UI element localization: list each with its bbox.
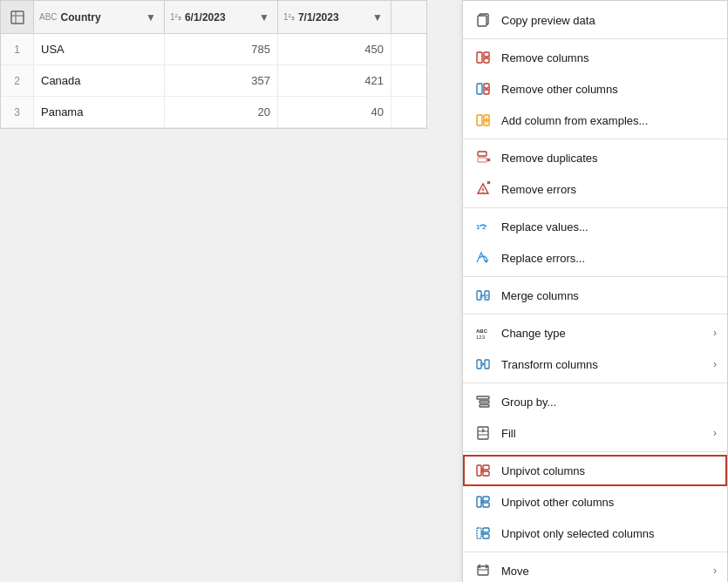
menu-label-unpivot-columns: Unpivot columns <box>501 464 717 477</box>
menu-item-unpivot-other-columns[interactable]: Unpivot other columns <box>463 486 727 518</box>
menu-item-replace-values[interactable]: 1 2 Replace values... <box>463 211 727 242</box>
menu-label-transform-columns: Transform columns <box>501 358 704 371</box>
remove-columns-icon <box>473 48 493 67</box>
svg-text:1: 1 <box>476 223 480 231</box>
unpivot-selected-columns-icon <box>473 524 493 543</box>
svg-rect-48 <box>477 528 481 538</box>
menu-label-remove-duplicates: Remove duplicates <box>501 152 717 165</box>
replace-values-icon: 1 2 <box>473 217 493 236</box>
menu-label-remove-errors: Remove errors <box>501 183 717 196</box>
th-date2-dropdown[interactable]: ▼ <box>370 10 385 25</box>
cell-val2-3: 40 <box>278 97 391 127</box>
menu-item-group-by[interactable]: Group by... <box>463 386 727 417</box>
svg-rect-45 <box>477 497 481 507</box>
svg-rect-47 <box>483 503 489 507</box>
context-menu: Copy preview data Remove columns Remove … <box>462 0 728 582</box>
unpivot-other-columns-icon <box>473 492 493 511</box>
svg-rect-13 <box>477 115 482 125</box>
svg-rect-44 <box>483 471 489 476</box>
separator <box>463 382 727 383</box>
table-header: ABC Country ▼ 1²₃ 6/1/2023 ▼ 1²₃ 7/1/202… <box>1 1 426 34</box>
cell-val1-3: 20 <box>165 97 278 127</box>
th-country-label: Country <box>61 11 101 24</box>
type-badge-date1: 1²₃ <box>170 12 181 22</box>
menu-item-unpivot-columns[interactable]: Unpivot columns <box>463 455 727 486</box>
svg-rect-39 <box>478 427 488 439</box>
remove-errors-icon <box>473 179 493 199</box>
svg-rect-5 <box>477 52 482 63</box>
menu-item-remove-duplicates[interactable]: Remove duplicates <box>463 142 727 173</box>
separator <box>463 207 727 208</box>
svg-rect-0 <box>11 11 24 24</box>
fill-icon <box>473 423 493 443</box>
th-date1-dropdown[interactable]: ▼ <box>256 10 272 25</box>
th-country[interactable]: ABC Country ▼ <box>34 1 165 33</box>
svg-text:B: B <box>486 294 489 299</box>
unpivot-columns-icon <box>473 461 493 480</box>
menu-item-copy-preview[interactable]: Copy preview data <box>463 4 727 36</box>
th-date1-label: 6/1/2023 <box>185 11 226 24</box>
svg-text:A: A <box>480 294 483 299</box>
replace-errors-icon <box>473 248 493 267</box>
svg-rect-4 <box>478 16 486 26</box>
menu-label-replace-values: Replace values... <box>501 220 717 233</box>
remove-duplicates-icon <box>473 148 493 167</box>
svg-rect-38 <box>480 405 489 408</box>
copy-icon <box>473 10 493 30</box>
menu-item-merge-columns[interactable]: A B Merge columns <box>463 280 727 311</box>
menu-label-unpivot-other-columns: Unpivot other columns <box>501 496 717 509</box>
svg-rect-42 <box>477 465 481 476</box>
menu-item-move[interactable]: Move › <box>463 555 727 582</box>
separator <box>463 139 727 139</box>
row-number-header <box>1 1 34 33</box>
separator <box>463 276 727 277</box>
cell-val2-1: 450 <box>278 34 391 64</box>
menu-item-remove-columns[interactable]: Remove columns <box>463 42 727 73</box>
table-row: 3 Panama 20 40 <box>1 97 426 128</box>
menu-label-replace-errors: Replace errors... <box>501 252 717 265</box>
th-country-dropdown[interactable]: ▼ <box>143 10 159 25</box>
cell-val1-2: 357 <box>165 65 278 96</box>
change-type-arrow: › <box>713 327 717 339</box>
change-type-icon: ABC 123 <box>473 323 493 342</box>
menu-item-change-type[interactable]: ABC 123 Change type › <box>463 317 727 349</box>
svg-rect-36 <box>477 396 489 399</box>
menu-label-group-by: Group by... <box>501 396 717 409</box>
transform-columns-arrow: › <box>713 358 717 370</box>
menu-item-remove-other-columns[interactable]: Remove other columns <box>463 73 727 105</box>
svg-point-22 <box>482 192 483 193</box>
menu-label-add-column: Add column from examples... <box>501 114 717 127</box>
menu-item-fill[interactable]: Fill › <box>463 417 727 449</box>
cell-country-2: Canada <box>34 65 165 96</box>
separator <box>463 38 727 39</box>
th-date2[interactable]: 1²₃ 7/1/2023 ▼ <box>278 1 391 33</box>
separator <box>463 314 727 315</box>
svg-rect-49 <box>483 528 489 532</box>
type-badge-country: ABC <box>39 12 58 22</box>
menu-item-remove-errors[interactable]: Remove errors <box>463 173 727 205</box>
type-badge-date2: 1²₃ <box>283 12 295 22</box>
cell-country-3: Panama <box>34 97 165 127</box>
move-icon <box>473 561 493 580</box>
separator <box>463 552 727 552</box>
menu-label-unpivot-selected-columns: Unpivot only selected columns <box>501 527 717 540</box>
menu-label-copy-preview: Copy preview data <box>501 14 717 27</box>
menu-item-unpivot-selected-columns[interactable]: Unpivot only selected columns <box>463 518 727 549</box>
menu-item-add-column[interactable]: Add column from examples... <box>463 105 727 136</box>
svg-rect-50 <box>483 534 489 538</box>
svg-rect-37 <box>480 401 489 403</box>
th-date1[interactable]: 1²₃ 6/1/2023 ▼ <box>165 1 278 33</box>
svg-rect-18 <box>478 158 486 162</box>
menu-label-remove-columns: Remove columns <box>501 51 717 64</box>
menu-label-change-type: Change type <box>501 327 704 340</box>
menu-item-replace-errors[interactable]: Replace errors... <box>463 242 727 274</box>
svg-rect-43 <box>483 465 489 470</box>
svg-rect-9 <box>477 84 482 94</box>
table-row: 1 USA 785 450 <box>1 34 426 65</box>
menu-label-fill: Fill <box>501 427 704 440</box>
svg-text:ABC: ABC <box>476 328 488 334</box>
row-num-1: 1 <box>1 34 34 64</box>
menu-item-transform-columns[interactable]: Transform columns › <box>463 349 727 380</box>
menu-label-merge-columns: Merge columns <box>501 289 717 302</box>
menu-label-move: Move <box>501 565 704 578</box>
